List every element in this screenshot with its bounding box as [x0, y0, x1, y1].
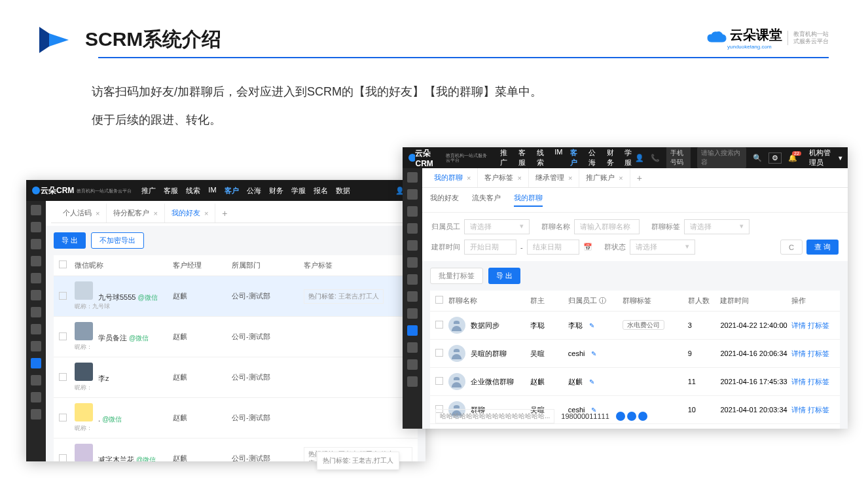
- tab[interactable]: 我的群聊×: [427, 168, 478, 187]
- sidebar-item[interactable]: [407, 206, 418, 217]
- action-icons[interactable]: [616, 412, 647, 421]
- sidebar-item[interactable]: [407, 240, 418, 251]
- sidebar-item[interactable]: [31, 239, 41, 249]
- close-icon[interactable]: ×: [204, 209, 208, 217]
- close-icon[interactable]: ×: [467, 174, 471, 182]
- row-checkbox[interactable]: [435, 321, 443, 329]
- user-label[interactable]: 机构管理员: [809, 148, 832, 168]
- close-icon[interactable]: ×: [153, 209, 157, 217]
- sidebar-item[interactable]: [407, 257, 418, 268]
- add-tab[interactable]: +: [215, 204, 234, 223]
- tab[interactable]: 推广账户×: [579, 168, 630, 187]
- edit-icon[interactable]: ✎: [589, 322, 594, 329]
- nav-item[interactable]: 报名: [314, 186, 328, 196]
- table-row[interactable]: 企业微信群聊赵麒赵麒✎112021-04-16 17:45:33详情 打标签: [430, 368, 840, 396]
- subtab[interactable]: 流失客户: [472, 193, 501, 207]
- sidebar-item[interactable]: [31, 341, 41, 351]
- sidebar-item-active[interactable]: [31, 358, 41, 368]
- sidebar-item[interactable]: [31, 324, 41, 334]
- sidebar-item[interactable]: [31, 409, 41, 420]
- filter-emp-select[interactable]: 请选择▾: [464, 219, 530, 234]
- row-checkbox[interactable]: [59, 414, 67, 421]
- nav-item[interactable]: 推广: [141, 186, 156, 196]
- sidebar-item[interactable]: [31, 256, 41, 266]
- nav-item[interactable]: IM: [554, 148, 562, 168]
- sidebar-item[interactable]: [407, 223, 418, 234]
- filter-gname-input[interactable]: 请输入群聊名称: [574, 219, 640, 234]
- chevron-down-icon[interactable]: ▾: [839, 154, 842, 162]
- row-checkbox[interactable]: [59, 454, 67, 462]
- detail-link[interactable]: 详情: [791, 349, 806, 357]
- tag-link[interactable]: 打标签: [808, 378, 829, 385]
- export-button[interactable]: 导 出: [488, 268, 520, 284]
- start-date-input[interactable]: 开始日期: [464, 240, 516, 255]
- nav-item[interactable]: 学服: [291, 186, 306, 196]
- nav-item[interactable]: 财务: [607, 148, 617, 168]
- tab[interactable]: 待分配客户×: [107, 204, 164, 223]
- checkbox-all[interactable]: [59, 260, 67, 268]
- sidebar-item[interactable]: [31, 290, 41, 300]
- sidebar-item[interactable]: [407, 274, 418, 285]
- sidebar-item[interactable]: [407, 291, 418, 302]
- tab[interactable]: 继承管理×: [529, 168, 579, 187]
- sidebar-item[interactable]: [31, 273, 41, 283]
- tag-link[interactable]: 打标签: [808, 349, 829, 357]
- detail-link[interactable]: 详情: [791, 321, 806, 329]
- edit-icon[interactable]: ✎: [591, 350, 596, 357]
- export-button[interactable]: 导 出: [54, 232, 86, 249]
- search-icon[interactable]: 🔍: [753, 154, 762, 162]
- tab[interactable]: 我的好友×: [165, 204, 215, 223]
- sidebar-item-active[interactable]: [407, 325, 418, 336]
- filter-gtag-select[interactable]: 请选择▾: [684, 219, 750, 234]
- table-row[interactable]: 九号球5555 @微信昵称：九号球赵麒公司-测试部热门标签: 王老吉,打工人: [54, 276, 418, 317]
- search-input[interactable]: 请输入搜索内容: [697, 147, 746, 168]
- export-noenc-button[interactable]: 不加密导出: [91, 232, 144, 249]
- row-checkbox[interactable]: [59, 373, 67, 381]
- nav-item[interactable]: 客户: [225, 186, 239, 196]
- close-icon[interactable]: ×: [96, 209, 99, 217]
- sidebar-item[interactable]: [31, 307, 41, 317]
- close-icon[interactable]: ×: [517, 174, 521, 182]
- search-type-select[interactable]: 手机号码: [666, 147, 691, 168]
- sidebar-item[interactable]: [407, 189, 418, 200]
- table-row[interactable]: 群聊振亚振亚✎32021-03-26 20:10:47详情 打标签: [430, 424, 840, 429]
- edit-icon[interactable]: ✎: [589, 378, 594, 385]
- filter-status-select[interactable]: 请选择▾: [630, 240, 695, 255]
- calendar-icon[interactable]: 📅: [583, 243, 592, 251]
- tab[interactable]: 个人活码×: [56, 204, 107, 223]
- nav-item[interactable]: 公海: [247, 186, 261, 196]
- tab[interactable]: 客户标签×: [478, 168, 528, 187]
- table-row[interactable]: 李z 昵称：赵麒公司-测试部: [54, 357, 418, 398]
- bell-icon[interactable]: 🔔22: [788, 154, 797, 162]
- nav-item[interactable]: IM: [208, 186, 216, 196]
- nav-item[interactable]: 客服: [164, 186, 178, 196]
- table-row[interactable]: 数据同步李聪李聪✎水电费公司32021-04-22 12:40:00详情 打标签: [430, 312, 840, 340]
- row-checkbox[interactable]: [59, 332, 67, 340]
- nav-item[interactable]: 线索: [537, 148, 547, 168]
- sidebar-item[interactable]: [407, 308, 418, 319]
- reset-button[interactable]: C: [780, 240, 803, 255]
- nav-item[interactable]: 客户: [570, 148, 581, 168]
- sidebar-item[interactable]: [407, 342, 418, 353]
- sidebar-item[interactable]: [31, 205, 41, 215]
- phone-icon[interactable]: 📞: [651, 154, 660, 162]
- nav-item[interactable]: 公海: [588, 148, 599, 168]
- checkbox-all[interactable]: [435, 296, 443, 304]
- table-row[interactable]: 学员备注 @微信昵称：赵麒公司-测试部: [54, 317, 418, 357]
- user-icon[interactable]: 👤: [635, 154, 644, 162]
- nav-item[interactable]: 财务: [269, 186, 283, 196]
- end-date-input[interactable]: 结束日期: [527, 240, 579, 255]
- sidebar-item[interactable]: [407, 376, 418, 387]
- sidebar-item[interactable]: [407, 359, 418, 370]
- batch-tag-button[interactable]: 批量打标签: [430, 268, 483, 284]
- row-checkbox[interactable]: [435, 349, 443, 357]
- sidebar-item[interactable]: [31, 222, 41, 232]
- subtab[interactable]: 我的群聊: [514, 193, 543, 207]
- row-checkbox[interactable]: [59, 292, 67, 300]
- close-icon[interactable]: ×: [568, 174, 572, 182]
- detail-link[interactable]: 详情: [791, 378, 806, 385]
- nav-item[interactable]: 客服: [518, 148, 529, 168]
- subtab[interactable]: 我的好友: [430, 193, 459, 207]
- nav-item[interactable]: 线索: [186, 186, 200, 196]
- close-icon[interactable]: ×: [619, 174, 623, 182]
